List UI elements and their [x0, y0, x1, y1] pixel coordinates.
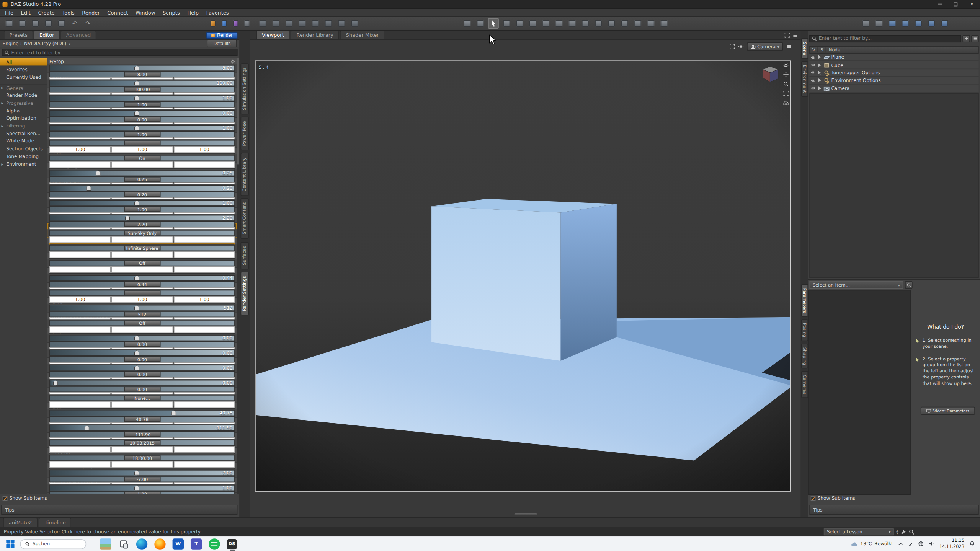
parameter-category[interactable]: Tone Mapping [0, 153, 47, 160]
toggle-state[interactable]: -111.90 [124, 432, 160, 437]
toggle-state[interactable]: 0.00 [124, 117, 160, 122]
node-selection-tool-icon[interactable] [488, 18, 499, 29]
app-firefox[interactable] [154, 538, 165, 549]
create-light-icon[interactable] [271, 18, 281, 29]
color-b-value[interactable]: 1.00 [173, 296, 235, 303]
menu-item[interactable]: Scripts [159, 10, 183, 15]
layout-city-icon[interactable] [900, 18, 911, 29]
color-g-value[interactable]: 1.00 [111, 146, 173, 153]
create-group-icon[interactable] [323, 18, 334, 29]
toggle-state[interactable]: 10.03.2015 [124, 440, 160, 445]
parameter-slider[interactable]: 2.20 [49, 215, 235, 221]
selectable-cursor-icon[interactable] [818, 86, 822, 90]
search-icon[interactable] [909, 529, 915, 535]
dock-tab[interactable]: Simulation Settings [241, 63, 249, 114]
parameter-slider[interactable]: 0.00 [49, 350, 235, 356]
layout-split-icon[interactable] [913, 18, 924, 29]
color-b-value[interactable]: 1.00 [173, 146, 235, 153]
dock-tab[interactable]: Surfaces [241, 241, 249, 269]
dock-tab[interactable]: Shaping [801, 344, 808, 369]
power-pose-tool-icon[interactable] [632, 18, 643, 29]
view-zoom-icon[interactable] [783, 81, 789, 87]
app-daz-studio[interactable]: DS [227, 539, 237, 549]
color-r-value[interactable] [49, 461, 111, 468]
selectable-cursor-icon[interactable] [818, 55, 822, 59]
parameter-toggle[interactable]: 0.00 [49, 386, 235, 392]
parameter-toggle[interactable]: Off [49, 320, 235, 326]
parameter-slider[interactable]: 0.00 [49, 110, 235, 116]
taskbar-search[interactable] [20, 539, 86, 549]
toggle-state[interactable]: 2.20 [124, 222, 160, 227]
translate-tool-icon[interactable] [528, 18, 538, 29]
parameter-toggle[interactable]: 18:00:00 [49, 455, 235, 461]
app-word[interactable]: W [173, 538, 184, 549]
engine-value[interactable]: NVIDIA Iray (MDL) [24, 41, 66, 46]
menu-item[interactable]: Render [78, 10, 103, 15]
color-r-value[interactable] [49, 446, 111, 453]
color-g-value[interactable] [111, 161, 173, 168]
parameter-slider[interactable]: -111.90 [49, 425, 235, 431]
parameter-toggle[interactable] [49, 290, 235, 296]
parameter-slider[interactable]: 1.00 [49, 485, 235, 491]
selectable-cursor-icon[interactable] [818, 78, 822, 83]
parameter-toggle[interactable]: Infinite Sphere [49, 245, 235, 251]
toggle-state[interactable]: 0.00 [124, 342, 160, 347]
parameter-category[interactable]: Spectral Ren... [0, 130, 47, 137]
parameter-color-values[interactable] [49, 401, 235, 408]
parameter-category[interactable]: General [0, 84, 47, 92]
app-task-view[interactable] [118, 538, 129, 549]
taskbar-clock[interactable]: 11:15 14.11.2023 [939, 538, 964, 549]
toggle-state[interactable] [124, 290, 160, 295]
dform-tool-icon[interactable] [619, 18, 630, 29]
parameter-slider[interactable]: 0.25 [49, 170, 235, 176]
close-button[interactable]: ✕ [964, 0, 980, 8]
parameter-color-values[interactable] [49, 461, 235, 468]
parameter-slider[interactable]: 40.78 [49, 410, 235, 416]
tray-chevron-up-icon[interactable] [898, 541, 903, 546]
universal-tool-icon[interactable] [462, 18, 473, 29]
scene-node-row[interactable]: Cube [809, 62, 978, 69]
color-r-value[interactable] [49, 326, 111, 333]
toggle-state[interactable]: 0.44 [124, 282, 160, 287]
selectable-cursor-icon[interactable] [818, 70, 822, 75]
app-photos[interactable] [100, 538, 111, 549]
show-sub-items-checkbox[interactable] [3, 496, 8, 501]
parameter-slider[interactable]: 0.00 [49, 380, 235, 386]
help-icon[interactable] [887, 18, 898, 29]
view-options-eye-icon[interactable] [738, 44, 743, 49]
parameter-slider[interactable]: -7.00 [49, 470, 235, 476]
toggle-state[interactable]: Off [124, 321, 160, 326]
create-instance-icon[interactable] [336, 18, 347, 29]
parameter-gear-icon[interactable] [230, 59, 235, 63]
color-r-value[interactable] [49, 236, 111, 243]
viewport-navigation-cube[interactable] [759, 64, 781, 85]
maximize-button[interactable] [947, 0, 964, 8]
viewport-tab[interactable]: Shader Mixer [340, 31, 384, 39]
content-library-icon[interactable] [220, 18, 229, 29]
geometry-editor-tool-icon[interactable] [580, 18, 591, 29]
parameter-category[interactable]: Progressive [0, 99, 47, 107]
parameter-category[interactable]: Currently Used [0, 73, 47, 81]
toggle-state[interactable]: Sun-Sky Only [124, 230, 160, 235]
menu-item[interactable]: Create [34, 10, 59, 15]
parameter-category[interactable]: Optimization [0, 114, 47, 122]
color-r-value[interactable] [49, 401, 111, 408]
parameter-toggle[interactable]: 0.00 [49, 341, 235, 347]
dock-tab[interactable]: Power Pose [241, 117, 249, 151]
lesson-selector-dropdown[interactable]: Select a Lesson... [824, 528, 894, 535]
parameter-toggle[interactable]: 1.00 [49, 101, 235, 107]
new-file-icon[interactable] [4, 18, 15, 29]
visibility-eye-icon[interactable] [811, 70, 816, 75]
toggle-state[interactable]: Infinite Sphere [124, 246, 160, 251]
parameter-toggle[interactable]: 1.00 [49, 491, 235, 494]
view-home-icon[interactable] [783, 100, 789, 106]
color-r-value[interactable]: 1.00 [49, 296, 111, 303]
save-icon[interactable] [30, 18, 41, 29]
parameter-category[interactable]: Alpha [0, 107, 47, 114]
color-b-value[interactable] [173, 251, 235, 258]
color-g-value[interactable]: 1.00 [111, 296, 173, 303]
lock-icon[interactable] [659, 18, 670, 29]
toggle-state[interactable]: 100.00 [124, 87, 160, 92]
parameter-slider[interactable]: 512 [49, 305, 235, 311]
render-settings-tab[interactable]: Presets [4, 31, 33, 39]
